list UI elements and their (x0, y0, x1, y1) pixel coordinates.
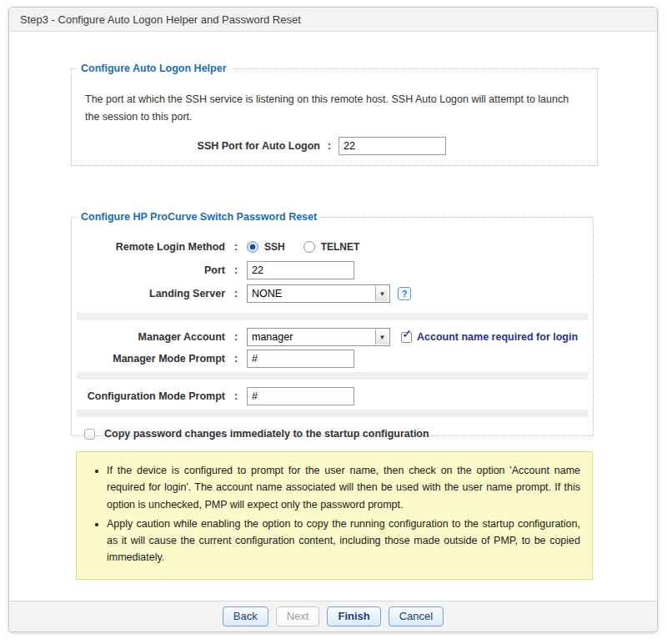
section-divider (77, 410, 588, 417)
remote-login-method-label: Remote Login Method (72, 241, 225, 253)
radio-ssh[interactable] (247, 241, 258, 253)
back-button[interactable]: Back (223, 606, 268, 626)
config-mode-prompt-input[interactable] (247, 387, 354, 405)
radio-telnet[interactable] (303, 241, 315, 253)
account-name-checkbox[interactable]: ✓ (401, 332, 412, 343)
manager-account-select[interactable]: manager ▼ (247, 328, 390, 346)
manager-mode-prompt-label: Manager Mode Prompt (72, 353, 225, 365)
section-divider (77, 313, 588, 320)
next-button: Next (276, 606, 320, 626)
info-note-box: If the device is configured to prompt fo… (76, 451, 593, 580)
auto-logon-helper-section: Configure Auto Logon Helper The port at … (71, 63, 598, 166)
window-title: Step3 - Configure Auto Logon Helper and … (9, 8, 657, 32)
manager-mode-prompt-input[interactable] (247, 350, 354, 368)
footer-button-bar: Back Next Finish Cancel (9, 601, 657, 631)
note-bullet: If the device is configured to prompt fo… (107, 462, 580, 513)
port-label: Port (72, 264, 225, 276)
ssh-port-input[interactable] (339, 137, 446, 155)
copy-startup-checkbox[interactable] (84, 429, 95, 440)
ssh-port-description: The port at which the SSH service is lis… (85, 91, 585, 125)
landing-server-select[interactable]: NONE ▼ (247, 284, 390, 303)
radio-telnet-label: TELNET (321, 241, 360, 253)
dropdown-arrow-icon: ▼ (375, 330, 389, 345)
check-icon: ✓ (402, 327, 413, 340)
note-bullet: Apply caution while enabling the option … (107, 516, 580, 566)
manager-account-label: Manager Account (72, 331, 225, 343)
password-reset-legend: Configure HP ProCurve Switch Password Re… (77, 211, 321, 223)
auto-logon-helper-legend: Configure Auto Logon Helper (77, 63, 231, 74)
section-divider (77, 372, 588, 380)
account-name-checkbox-label: Account name required for login (417, 331, 578, 343)
cancel-button[interactable]: Cancel (389, 606, 444, 626)
copy-startup-checkbox-label: Copy password changes immediately to the… (104, 428, 429, 440)
ssh-port-label: SSH Port for Auto Logon (72, 140, 320, 152)
finish-button[interactable]: Finish (327, 606, 380, 626)
help-icon[interactable]: ? (398, 287, 411, 300)
landing-server-label: Landing Server (72, 288, 225, 299)
password-reset-section: Configure HP ProCurve Switch Password Re… (71, 211, 594, 436)
config-mode-prompt-label: Configuration Mode Prompt (72, 390, 225, 402)
port-input[interactable] (247, 261, 354, 279)
radio-ssh-label: SSH (264, 241, 285, 253)
dropdown-arrow-icon: ▼ (375, 286, 389, 301)
wizard-window: Step3 - Configure Auto Logon Helper and … (8, 7, 658, 632)
